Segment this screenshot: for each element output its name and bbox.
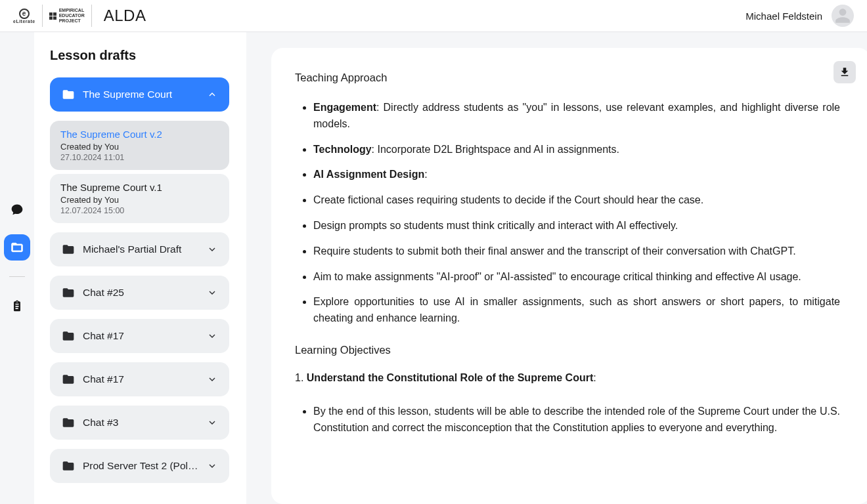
folder-label: Chat #17 [83, 330, 199, 342]
draft-timestamp: 12.07.2024 15:00 [60, 206, 219, 215]
logo-group: e eLiterate EMPIRICAL EDUCATOR PROJECT [13, 5, 92, 27]
chat-icon [11, 203, 24, 216]
objective-bullet: By the end of this lesson, students will… [313, 404, 840, 436]
bullet-item: Design prompts so students must think cr… [313, 218, 840, 234]
folder-item: Chat #25 [50, 276, 229, 310]
bullet-item: Aim to make assignments "AI-proof" or "A… [313, 269, 840, 285]
chevron-up-icon [207, 89, 217, 100]
main-area: Teaching Approach Engagement: Directly a… [246, 32, 867, 504]
folder-icon [62, 416, 75, 429]
folder-supreme-court: The Supreme Court [50, 77, 229, 112]
eep-line2: EDUCATOR [59, 13, 85, 18]
objective-bold: Understand the Constitutional Role of th… [307, 372, 593, 383]
folder-label: Chat #17 [83, 373, 199, 385]
draft-title: The Supreme Court v.1 [60, 182, 219, 193]
app-header: e eLiterate EMPIRICAL EDUCATOR PROJECT A… [0, 0, 867, 32]
objective-colon: : [593, 372, 596, 383]
folder-open-icon [62, 88, 75, 101]
bullet-item: Require students to submit both their fi… [313, 243, 840, 260]
eliterate-label: eLiterate [13, 19, 35, 24]
folder-icon [62, 459, 75, 472]
eliterate-logo: e eLiterate [13, 9, 35, 24]
draft-list: The Supreme Court v.2 Created by You 27.… [50, 121, 229, 223]
section-teaching-approach: Teaching Approach [295, 72, 840, 84]
draft-title: The Supreme Court v.2 [60, 129, 219, 140]
user-icon [834, 7, 851, 24]
folder-icon [62, 329, 75, 343]
folder-item: Prod Server Test 2 (Pol… [50, 449, 229, 483]
eep-line1: EMPIRICAL [59, 8, 85, 13]
username-label: Michael Feldstein [745, 10, 822, 22]
draft-item[interactable]: The Supreme Court v.2 Created by You 27.… [50, 121, 229, 170]
layout: Lesson drafts The Supreme Court The Supr… [0, 32, 867, 504]
folder-item: Michael's Partial Draft [50, 232, 229, 266]
folder-header[interactable]: Chat #25 [50, 276, 229, 310]
header-right: Michael Feldstein [745, 5, 854, 27]
draft-timestamp: 27.10.2024 11:01 [60, 153, 219, 162]
draft-created-by: Created by You [60, 194, 219, 206]
download-button[interactable] [834, 61, 856, 83]
nav-drafts[interactable] [4, 234, 30, 261]
avatar[interactable] [832, 5, 854, 27]
nav-chat[interactable] [4, 196, 30, 222]
section-learning-objectives: Learning Objectives [295, 344, 840, 356]
folder-item: Chat #17 [50, 362, 229, 396]
clipboard-icon [11, 299, 24, 312]
eep-logo: EMPIRICAL EDUCATOR PROJECT [49, 8, 85, 23]
sidebar-title: Lesson drafts [50, 48, 233, 63]
chevron-down-icon [207, 244, 217, 255]
sidebar-scroll[interactable]: The Supreme Court The Supreme Court v.2 … [50, 77, 233, 501]
draft-item[interactable]: The Supreme Court v.1 Created by You 12.… [50, 174, 229, 223]
folder-icon [62, 243, 75, 256]
folder-item: Chat #17 [50, 319, 229, 353]
folder-icon [62, 373, 75, 386]
nav-rail [0, 32, 34, 504]
folder-open-icon [11, 241, 24, 254]
bullet-item: Technology: Incorporate D2L Brightspace … [313, 142, 840, 158]
folder-header[interactable]: The Supreme Court [50, 77, 229, 112]
draft-created-by: Created by You [60, 141, 219, 153]
chevron-down-icon [207, 417, 217, 428]
divider [42, 5, 43, 27]
download-icon [839, 66, 851, 78]
nav-clipboard[interactable] [4, 293, 30, 319]
bullet-item: Engagement: Directly address students as… [313, 100, 840, 133]
folder-icon [62, 286, 75, 299]
chevron-down-icon [207, 331, 217, 341]
chevron-down-icon [207, 374, 217, 385]
objective-1-title: 1. Understand the Constitutional Role of… [295, 372, 840, 384]
folder-header[interactable]: Chat #17 [50, 319, 229, 353]
chevron-down-icon [207, 461, 217, 471]
folder-label: Chat #3 [83, 417, 199, 429]
rail-divider [9, 276, 25, 277]
bullet-item: AI Assignment Design: [313, 167, 840, 183]
bullet-item: Create fictional cases requiring student… [313, 192, 840, 209]
objective-number: 1. [295, 372, 307, 383]
folder-label: The Supreme Court [83, 89, 199, 100]
divider [91, 5, 92, 27]
brand-name: ALDA [104, 7, 146, 25]
objective-1-bullets: By the end of this lesson, students will… [295, 404, 840, 436]
chevron-down-icon [207, 287, 217, 298]
folder-header[interactable]: Prod Server Test 2 (Pol… [50, 449, 229, 483]
folder-item: Chat #3 [50, 406, 229, 440]
folder-label: Michael's Partial Draft [83, 243, 199, 255]
document-panel[interactable]: Teaching Approach Engagement: Directly a… [271, 48, 867, 504]
folder-header[interactable]: Chat #17 [50, 362, 229, 396]
drafts-sidebar: Lesson drafts The Supreme Court The Supr… [34, 32, 246, 504]
teaching-bullets: Engagement: Directly address students as… [295, 100, 840, 327]
bullet-item: Explore opportunities to use AI in small… [313, 294, 840, 327]
folder-header[interactable]: Michael's Partial Draft [50, 232, 229, 266]
folder-header[interactable]: Chat #3 [50, 406, 229, 440]
eep-line3: PROJECT [59, 18, 85, 24]
folder-label: Chat #25 [83, 287, 199, 299]
header-left: e eLiterate EMPIRICAL EDUCATOR PROJECT A… [13, 5, 146, 27]
folder-label: Prod Server Test 2 (Pol… [83, 460, 199, 472]
